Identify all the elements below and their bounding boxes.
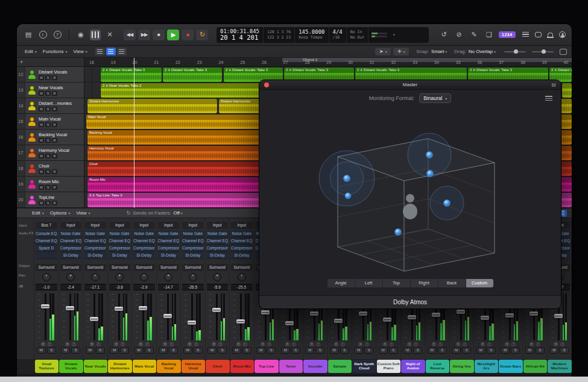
channel-name-label[interactable]: African Kit	[523, 360, 548, 373]
record-enable-button[interactable]: R	[114, 342, 118, 346]
channel-name-label[interactable]: Harmony Vocal	[182, 360, 206, 373]
fx-slot[interactable]: Channel EQ	[182, 237, 204, 245]
input-monitor-button[interactable]: I	[365, 342, 369, 346]
input-monitor-button[interactable]: I	[292, 342, 296, 346]
input-slot[interactable]: Input	[207, 222, 229, 229]
mute-button[interactable]: M	[452, 347, 461, 354]
surround-pan-knob[interactable]	[213, 273, 221, 281]
mute-button[interactable]: M	[232, 347, 241, 354]
pencil-icon[interactable]: ✎	[469, 30, 479, 40]
fx-slot[interactable]: Noise Gate	[133, 230, 155, 237]
channel-name-label[interactable]: Custom Soft Piano	[377, 360, 401, 373]
fader[interactable]	[59, 292, 83, 342]
fader-cap[interactable]	[139, 306, 147, 310]
solo-button[interactable]: S	[71, 347, 80, 354]
erase-icon[interactable]: ⊘	[454, 30, 464, 40]
add-track-button[interactable]: +	[20, 59, 23, 65]
channel-name-label[interactable]: Tenor	[279, 360, 303, 373]
stop-button[interactable]: ■	[153, 30, 165, 40]
output-slot[interactable]: Surround	[133, 264, 155, 271]
fx-slot[interactable]: Noise Gate	[207, 230, 229, 237]
solo-button[interactable]: S	[389, 347, 398, 354]
fader-cap[interactable]	[212, 308, 221, 312]
fader-cap[interactable]	[310, 312, 318, 316]
fader[interactable]	[157, 292, 181, 342]
input-slot[interactable]: Input	[158, 222, 180, 229]
solo-button[interactable]: S	[96, 347, 105, 354]
fx-slot[interactable]: St-Delay	[60, 252, 82, 259]
input-monitor-button[interactable]: I	[194, 342, 198, 346]
atmos-tab-left[interactable]: Left	[355, 279, 382, 287]
surround-pan-knob[interactable]	[140, 273, 148, 281]
track-m-button[interactable]: M	[39, 91, 44, 96]
command-click-tool-menu[interactable]: ✛	[393, 48, 409, 55]
channel-strip[interactable]: InputNoise GateChannel EQCompressorSt-De…	[206, 218, 230, 359]
input-monitor-button[interactable]: I	[267, 342, 271, 346]
mute-button[interactable]: M	[61, 347, 70, 354]
user-icon[interactable]	[559, 31, 566, 38]
track-r-button[interactable]: R	[52, 201, 57, 205]
fader-cap[interactable]	[285, 321, 294, 325]
surround-pan-knob[interactable]	[91, 273, 100, 281]
track-s-button[interactable]: S	[45, 138, 51, 143]
input-monitor-button[interactable]: I	[390, 342, 394, 346]
speaker-sphere[interactable]	[395, 229, 402, 236]
surround-pan-knob[interactable]	[42, 273, 51, 281]
pointer-tool-menu[interactable]: ➤	[375, 48, 391, 55]
output-slot[interactable]: Surround	[231, 264, 253, 271]
input-monitor-button[interactable]: I	[243, 342, 247, 346]
input-monitor-button[interactable]: I	[48, 342, 52, 346]
arrange-menu-view[interactable]: View	[71, 49, 90, 54]
input-monitor-button[interactable]: I	[414, 342, 418, 346]
record-enable-button[interactable]: R	[383, 342, 387, 346]
solo-button[interactable]: S	[315, 347, 324, 354]
sends-on-faders-control[interactable]: ↻ Sends on Faders: Off	[127, 210, 183, 216]
hamburger-icon[interactable]	[545, 96, 552, 101]
input-monitor-button[interactable]: I	[72, 342, 76, 346]
input-slot[interactable]: Input	[84, 222, 106, 229]
fx-slot[interactable]: St-Delay	[133, 252, 155, 259]
track-header[interactable]: 16Backing VocalMSR	[17, 130, 84, 145]
mute-button[interactable]: M	[86, 347, 95, 354]
input-monitor-button[interactable]: I	[341, 342, 345, 346]
atmos-plugin-window[interactable]: Master ▤ Monitoring Format: Binaural	[259, 80, 561, 308]
track-m-button[interactable]: M	[39, 122, 44, 127]
mute-button[interactable]: M	[159, 347, 168, 354]
track-r-button[interactable]: R	[52, 75, 57, 80]
fader-cap[interactable]	[261, 310, 270, 315]
mute-button[interactable]: M	[428, 347, 437, 354]
fx-slot[interactable]: Channel EQ	[109, 237, 131, 245]
snap-control[interactable]: Snap: Smart	[416, 49, 447, 54]
track-r-button[interactable]: R	[52, 91, 57, 96]
track-s-button[interactable]: S	[45, 154, 51, 158]
fx-slot[interactable]: Space D	[36, 245, 57, 252]
track-header[interactable]: 12Distant VocalsMSR	[17, 67, 84, 82]
mixer-menu-options[interactable]: Options	[47, 210, 74, 216]
record-enable-button[interactable]: R	[358, 342, 362, 346]
speaker-sphere[interactable]	[345, 193, 351, 199]
track-s-button[interactable]: S	[45, 91, 51, 96]
solo-button[interactable]: S	[194, 347, 203, 354]
mixer-toggle-icon[interactable]	[90, 30, 101, 40]
surround-pan-knob[interactable]	[115, 273, 124, 281]
region[interactable]: 2 ∧ Distant Vocals: Take 3	[101, 67, 162, 82]
track-s-button[interactable]: S	[45, 122, 51, 127]
track-r-button[interactable]: R	[52, 122, 57, 127]
atmos-tab-custom[interactable]: Custom	[466, 279, 493, 287]
vertical-zoom-slider[interactable]	[532, 51, 554, 52]
fx-slot[interactable]: Noise Gate	[60, 230, 82, 237]
output-slot[interactable]: Surround	[60, 264, 82, 271]
record-enable-button[interactable]: R	[334, 342, 338, 346]
cycle-button[interactable]: ↻	[196, 30, 208, 40]
input-monitor-button[interactable]: I	[169, 342, 174, 346]
track-s-button[interactable]: S	[45, 169, 51, 174]
fader[interactable]	[206, 292, 230, 342]
fx-slot[interactable]: Compressor	[207, 245, 229, 252]
drag-control[interactable]: Drag: No Overlap	[454, 49, 496, 54]
input-monitor-button[interactable]: I	[438, 342, 443, 346]
fader-cap[interactable]	[457, 310, 465, 314]
monitoring-format-select[interactable]: Binaural	[419, 93, 451, 103]
view-grid-button-3[interactable]	[117, 48, 127, 55]
fader[interactable]	[132, 292, 156, 342]
channel-strip[interactable]: InputNoise GateChannel EQCompressorSt-De…	[132, 218, 157, 359]
